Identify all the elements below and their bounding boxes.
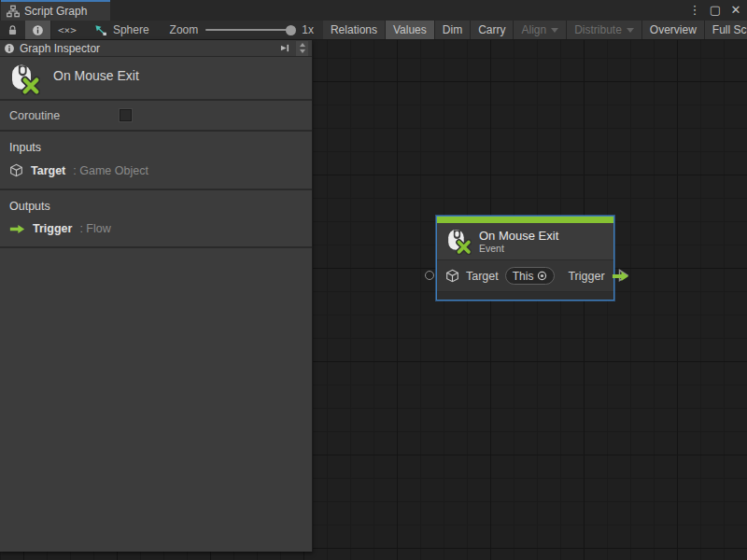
toolbar-button-align: Align (514, 21, 567, 39)
port-name: Trigger (33, 222, 72, 235)
toolbar-button-distribute: Distribute (567, 21, 642, 39)
toolbar-button-dim[interactable]: Dim (435, 21, 471, 39)
outputs-section: Outputs Trigger : Flow (0, 190, 312, 248)
button-label: Relations (331, 23, 377, 36)
game-object-icon (9, 163, 23, 177)
zoom-slider-thumb[interactable] (286, 25, 296, 35)
input-port-row: Target : Game Object (0, 161, 312, 179)
outputs-header: Outputs (0, 196, 312, 220)
mouse-event-icon (444, 228, 472, 255)
toolbar-button-carry[interactable]: Carry (471, 21, 514, 39)
toolbar-button-relations[interactable]: Relations (323, 21, 386, 39)
tab-script-graph[interactable]: Script Graph (1, 0, 110, 21)
window-menu-icon[interactable]: ⋮ (687, 1, 702, 20)
graph-asset-icon (94, 24, 107, 36)
port-name: Target (31, 164, 65, 177)
button-label: Align (521, 23, 546, 36)
button-label: Values (393, 23, 427, 36)
graph-inspector-header: Graph Inspector (0, 40, 312, 57)
node-subtitle: Event (479, 243, 558, 254)
port-type: : Game Object (73, 164, 148, 177)
button-label: Carry (478, 23, 505, 36)
graph-asset-name: Sphere (113, 23, 149, 36)
coroutine-section: Coroutine (0, 101, 312, 132)
graph-asset-button[interactable]: Sphere (83, 21, 161, 39)
inputs-section: Inputs Target : Game Object (0, 132, 312, 190)
object-picker-icon[interactable] (537, 271, 547, 281)
flow-arrow-icon (9, 224, 25, 234)
tab-label: Script Graph (24, 5, 87, 18)
node-port-row: Target This Trigger (437, 259, 613, 291)
zoom-slider[interactable] (205, 29, 294, 31)
script-graph-icon (7, 5, 20, 18)
game-object-icon (445, 269, 459, 283)
maximize-icon[interactable]: ▢ (708, 1, 723, 20)
toolbar-button-fullscreen[interactable]: Full Screen (705, 21, 747, 39)
target-port-label: Target (466, 270, 499, 283)
mouse-event-icon (7, 63, 40, 95)
panel-title: Graph Inspector (20, 42, 274, 55)
chevron-down-icon (627, 28, 634, 33)
flow-arrow-icon (612, 271, 629, 282)
panel-scroll-spinner[interactable] (296, 41, 308, 56)
target-value-pill[interactable]: This (505, 267, 556, 285)
target-value: This (513, 270, 534, 283)
coroutine-checkbox[interactable] (120, 109, 132, 121)
info-icon (4, 43, 15, 54)
lock-icon (7, 24, 19, 36)
unity-script-graph-window: Script Graph ⋮ ▢ ✕ (0, 0, 747, 560)
window-tab-bar: Script Graph ⋮ ▢ ✕ (0, 0, 747, 21)
inspector-toggle-button[interactable] (25, 21, 51, 39)
chevron-up-icon (300, 43, 305, 47)
button-label: Distribute (574, 23, 622, 36)
node-title: On Mouse Exit (479, 229, 558, 243)
lock-button[interactable] (0, 21, 25, 39)
dock-panel-icon[interactable] (278, 42, 291, 54)
zoom-value: 1x (302, 23, 314, 36)
zoom-label: Zoom (170, 23, 199, 36)
coroutine-label: Coroutine (9, 109, 60, 122)
chevron-down-icon (551, 28, 558, 33)
code-icon: <×> (58, 24, 77, 36)
unit-title: On Mouse Exit (53, 68, 139, 83)
toolbar-button-overview[interactable]: Overview (642, 21, 705, 39)
info-icon (32, 24, 44, 36)
button-label: Full Screen (712, 23, 747, 36)
button-label: Overview (650, 23, 697, 36)
event-accent-bar (437, 217, 613, 223)
chevron-down-icon (300, 49, 305, 53)
output-port-row: Trigger : Flow (0, 220, 312, 237)
trigger-port-label: Trigger (568, 270, 604, 283)
node-input-port[interactable] (425, 271, 434, 280)
graph-toolbar: <×> Sphere Zoom 1x Relations Values Dim (0, 21, 747, 40)
window-controls: ⋮ ▢ ✕ (687, 0, 743, 21)
inputs-header: Inputs (0, 137, 312, 161)
button-label: Dim (443, 23, 462, 36)
close-icon[interactable]: ✕ (728, 1, 743, 20)
node-header[interactable]: On Mouse Exit Event (437, 223, 613, 259)
graph-inspector-panel: Graph Inspector (0, 40, 313, 552)
zoom-control: Zoom 1x (161, 21, 323, 39)
edit-script-button[interactable]: <×> (51, 21, 83, 39)
on-mouse-exit-node[interactable]: On Mouse Exit Event Target This (436, 216, 614, 301)
toolbar-button-values[interactable]: Values (386, 21, 435, 39)
node-footer (437, 291, 613, 300)
unit-title-section: On Mouse Exit (0, 57, 312, 101)
port-type: : Flow (79, 222, 110, 235)
